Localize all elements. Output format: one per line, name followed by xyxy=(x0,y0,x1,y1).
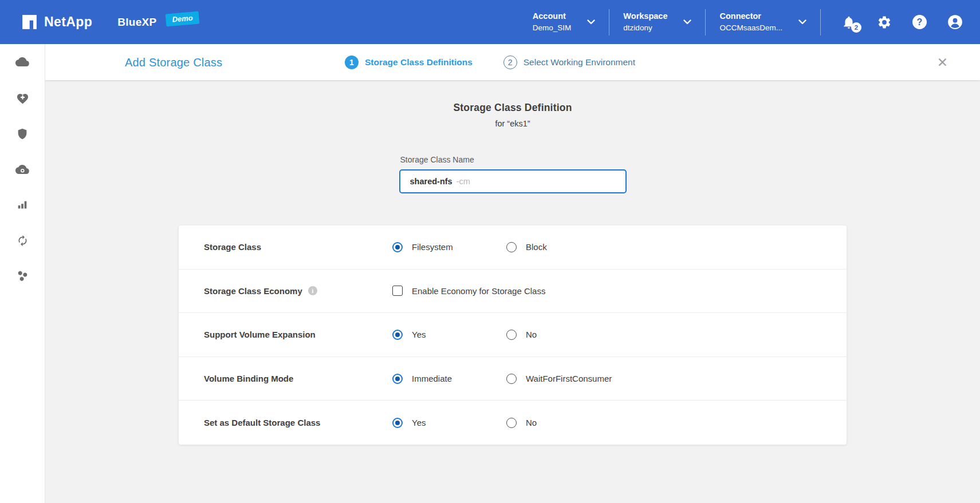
row-storage-class-economy: Storage Class Economy i Enable Economy f… xyxy=(179,270,847,314)
notifications-button[interactable]: 2 xyxy=(841,15,856,30)
option-label: Block xyxy=(526,242,547,252)
row-label-text: Storage Class Economy xyxy=(204,286,302,296)
sidebar-item-health[interactable] xyxy=(0,81,45,116)
option-binding-immediate[interactable]: Immediate xyxy=(392,374,506,384)
option-filesystem[interactable]: Filesystem xyxy=(392,242,506,252)
left-sidebar xyxy=(0,44,45,503)
option-block[interactable]: Block xyxy=(506,242,547,252)
radio-off-icon xyxy=(506,374,517,384)
step-2-circle: 2 xyxy=(503,56,517,69)
option-label: Yes xyxy=(412,330,426,339)
account-menu-label: Account xyxy=(533,11,572,21)
row-volume-binding-mode: Volume Binding Mode Immediate WaitForFir… xyxy=(179,357,847,401)
storage-class-name-label: Storage Class Name xyxy=(400,155,627,164)
workspace-menu-value: dtzidony xyxy=(623,23,667,33)
nav-separator xyxy=(820,9,821,35)
netapp-wordmark: NetApp xyxy=(44,14,92,30)
netapp-logo-icon xyxy=(22,14,37,30)
shield-icon xyxy=(16,128,29,140)
user-avatar-icon xyxy=(947,14,963,30)
hexagons-icon xyxy=(16,270,29,283)
input-value: shared-nfs xyxy=(410,177,452,186)
option-label: Enable Economy for Storage Class xyxy=(412,286,545,296)
radio-off-icon xyxy=(506,418,517,428)
workspace-menu[interactable]: Workspace dtzidony xyxy=(609,11,705,33)
connector-menu-value: OCCMsaasDem... xyxy=(719,23,782,33)
storage-class-options-card: Storage Class Filesystem Block Storage C… xyxy=(179,225,847,445)
option-label: Filesystem xyxy=(412,242,453,252)
connector-menu[interactable]: Connector OCCMsaasDem... xyxy=(706,11,820,33)
chevron-down-icon xyxy=(587,19,595,25)
wizard-steps: 1 Storage Class Definitions 2 Select Wor… xyxy=(345,44,635,80)
option-default-no[interactable]: No xyxy=(506,418,537,428)
cloud-icon xyxy=(15,56,29,70)
option-label: No xyxy=(526,330,537,339)
page-title: Storage Class Definition xyxy=(45,102,980,114)
step-2-label: Select Working Environment xyxy=(524,57,635,68)
sidebar-item-protection[interactable] xyxy=(0,116,45,152)
main-content: Storage Class Definition for “eks1” Stor… xyxy=(45,80,980,503)
brand: NetApp BlueXP Demo xyxy=(22,14,199,30)
row-storage-class: Storage Class Filesystem Block xyxy=(179,225,847,270)
row-support-volume-expansion: Support Volume Expansion Yes No xyxy=(179,313,847,357)
top-nav: Account Demo_SIM Workspace dtzidony Conn… xyxy=(519,9,963,35)
option-expansion-yes[interactable]: Yes xyxy=(392,330,506,340)
sidebar-item-extensions[interactable] xyxy=(0,258,45,294)
account-menu-value: Demo_SIM xyxy=(533,23,572,33)
cloud-lock-icon xyxy=(15,163,29,176)
row-label: Set as Default Storage Class xyxy=(179,418,392,427)
help-button[interactable]: ? xyxy=(912,15,927,29)
storage-class-name-field: Storage Class Name shared-nfs -cm xyxy=(399,155,627,193)
sidebar-item-sync[interactable] xyxy=(0,223,45,258)
sidebar-item-reports[interactable] xyxy=(0,187,45,223)
row-label: Support Volume Expansion xyxy=(179,330,392,339)
option-label: WaitForFirstConsumer xyxy=(526,374,612,383)
bar-chart-icon xyxy=(16,199,29,211)
wizard-header: Add Storage Class 1 Storage Class Defini… xyxy=(45,44,980,80)
wizard-title: Add Storage Class xyxy=(125,56,222,69)
user-menu-button[interactable] xyxy=(947,14,963,30)
close-button[interactable]: ✕ xyxy=(937,56,948,69)
option-label: No xyxy=(526,418,537,427)
connector-menu-label: Connector xyxy=(719,11,782,21)
radio-off-icon xyxy=(506,330,517,340)
radio-on-icon xyxy=(392,418,403,428)
help-icon: ? xyxy=(912,15,927,29)
input-suffix-placeholder: -cm xyxy=(456,177,470,186)
workspace-menu-label: Workspace xyxy=(623,11,667,21)
step-1-label: Storage Class Definitions xyxy=(365,57,473,68)
option-enable-economy[interactable]: Enable Economy for Storage Class xyxy=(392,286,545,296)
radio-on-icon xyxy=(392,242,403,252)
checkbox-unchecked-icon xyxy=(392,286,403,296)
option-default-yes[interactable]: Yes xyxy=(392,418,506,428)
notification-count-badge: 2 xyxy=(851,22,861,33)
settings-button[interactable] xyxy=(877,15,892,30)
radio-on-icon xyxy=(392,330,403,340)
gear-icon xyxy=(877,15,892,30)
radio-on-icon xyxy=(392,374,403,384)
step-select-working-environment[interactable]: 2 Select Working Environment xyxy=(503,56,635,69)
option-label: Immediate xyxy=(412,374,452,383)
row-label: Storage Class xyxy=(179,242,392,252)
heart-plus-icon xyxy=(16,92,29,105)
account-menu[interactable]: Account Demo_SIM xyxy=(519,11,609,33)
storage-class-name-input[interactable]: shared-nfs -cm xyxy=(399,169,627,193)
bluexp-wordmark: BlueXP xyxy=(117,16,156,29)
demo-badge: Demo xyxy=(165,11,199,26)
chevron-down-icon xyxy=(683,19,691,25)
row-set-default-storage-class: Set as Default Storage Class Yes No xyxy=(179,401,847,445)
sidebar-item-canvas[interactable] xyxy=(0,45,45,81)
radio-off-icon xyxy=(506,242,517,252)
chevron-down-icon xyxy=(798,19,806,25)
sync-icon xyxy=(17,235,29,247)
step-1-circle: 1 xyxy=(345,56,359,69)
sidebar-item-governance[interactable] xyxy=(0,152,45,187)
page-subtitle: for “eks1” xyxy=(45,119,980,128)
top-bar: NetApp BlueXP Demo Account Demo_SIM Work… xyxy=(0,0,980,44)
step-storage-class-definitions[interactable]: 1 Storage Class Definitions xyxy=(345,56,473,69)
row-label: Storage Class Economy i xyxy=(179,286,392,296)
option-label: Yes xyxy=(412,418,426,427)
option-expansion-no[interactable]: No xyxy=(506,330,537,340)
option-binding-waitforfirstconsumer[interactable]: WaitForFirstConsumer xyxy=(506,374,612,384)
info-icon[interactable]: i xyxy=(308,286,317,295)
